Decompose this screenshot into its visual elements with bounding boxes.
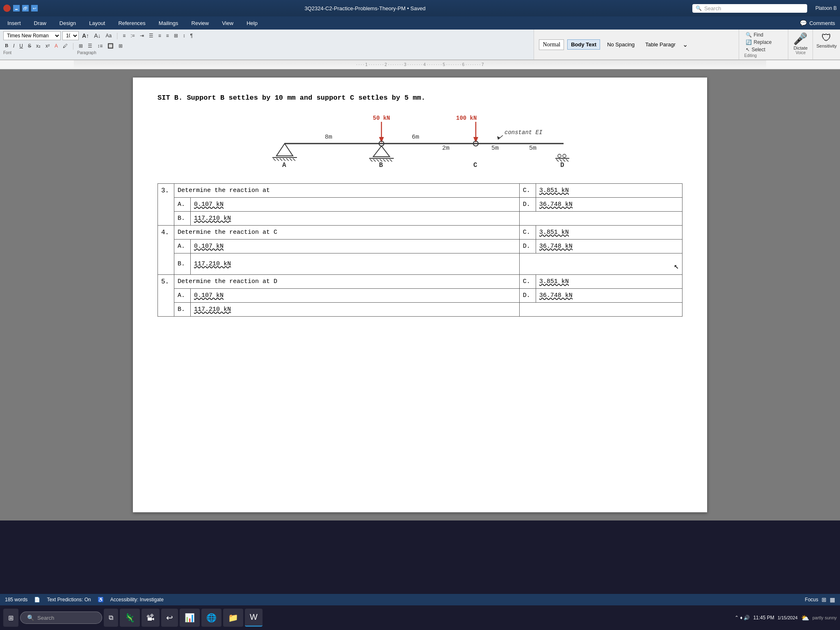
subscript-button[interactable]: x₂ xyxy=(34,42,42,50)
table-row: B. 117.210 kN xyxy=(158,303,682,317)
font-color-button[interactable]: A xyxy=(53,42,59,50)
underline-button[interactable]: U xyxy=(18,42,25,50)
styles-scroll-down[interactable]: ⌄ xyxy=(682,41,688,48)
document-area: SIT B. Support B settles by 10 mm and su… xyxy=(0,69,840,520)
taskbar-app1[interactable]: 🦎 xyxy=(120,609,140,627)
comments-label[interactable]: Comments xyxy=(809,20,835,26)
close-button[interactable] xyxy=(3,5,11,12)
weather-icon: ⛅ xyxy=(801,614,809,622)
borders-button[interactable]: ⊞ xyxy=(117,42,124,50)
align-left-button[interactable]: ☰ xyxy=(147,32,155,39)
svg-text:6m: 6m xyxy=(412,134,419,141)
search-box[interactable]: 🔍 Search xyxy=(692,4,807,13)
text-predictions: Text Predictions: On xyxy=(47,597,91,603)
font-grow-button[interactable]: A↑ xyxy=(80,32,91,40)
menu-bar: Insert Draw Design Layout References Mai… xyxy=(0,16,840,30)
font-size-select[interactable]: 10 xyxy=(62,31,79,40)
taskbar-search[interactable]: 🔍 Search xyxy=(20,612,102,624)
minimize-button[interactable]: 🗕 xyxy=(13,5,20,11)
ribbon-left: Times New Roman 10 A↑ A↓ Aa | ≡ := ⇥ ☰ ≡… xyxy=(0,30,534,59)
search-icon: 🔍 xyxy=(696,5,702,11)
taskbar-app3[interactable]: ↩ xyxy=(161,609,178,627)
accessibility-label[interactable]: Accessibility: Investigate xyxy=(110,597,164,603)
table-row: B. 117.210 kN ↖ xyxy=(158,253,682,275)
taskview-button[interactable]: ⧉ xyxy=(104,609,118,627)
svg-marker-7 xyxy=(276,144,293,156)
menu-mailings[interactable]: Mailings xyxy=(156,18,181,28)
bold-button[interactable]: B xyxy=(3,42,10,50)
menu-draw[interactable]: Draw xyxy=(32,18,49,28)
menu-references[interactable]: References xyxy=(116,18,148,28)
svg-text:C: C xyxy=(473,162,477,169)
table-row: 3. Determine the reaction at C. 3.851 kN xyxy=(158,184,682,198)
start-button[interactable]: ⊞ xyxy=(3,609,18,627)
sensitivity-label[interactable]: Sensitivity xyxy=(816,43,837,48)
maximize-button[interactable]: 🗗 xyxy=(22,5,29,11)
q4-opt-b-val: 117.210 kN xyxy=(191,253,520,275)
menu-view[interactable]: View xyxy=(219,18,236,28)
editing-section-label: Editing xyxy=(744,53,783,58)
indent-button[interactable]: ⇥ xyxy=(138,32,146,39)
mic-icon: 🎤 xyxy=(793,32,808,46)
font-shrink-button[interactable]: A↓ xyxy=(92,32,102,40)
q4-num: 4. xyxy=(158,226,174,275)
q5-opt-d-val: 36.748 kN xyxy=(536,289,682,303)
menu-layout[interactable]: Layout xyxy=(87,18,107,28)
menu-insert[interactable]: Insert xyxy=(5,18,23,28)
taskbar-word[interactable]: W xyxy=(245,609,262,627)
svg-text:B: B xyxy=(379,162,383,169)
accessibility-icon: ♿ xyxy=(98,597,104,603)
taskbar-app2[interactable]: 📽 xyxy=(142,609,160,627)
style-table-paragr[interactable]: Table Paragr xyxy=(641,39,679,50)
svg-line-24 xyxy=(383,159,386,162)
align-right-button[interactable]: ≡ xyxy=(164,32,171,39)
paragraph-marks-button[interactable]: ¶ xyxy=(189,32,194,39)
layout-icon1[interactable]: ⊞ xyxy=(822,596,826,603)
q4-opt-c-letter: C. xyxy=(519,226,536,240)
restore-button[interactable]: ↩ xyxy=(31,5,38,11)
spacing-button[interactable]: ↕≡ xyxy=(96,42,104,50)
focus-label[interactable]: Focus xyxy=(805,597,818,603)
align-center-button[interactable]: ≡ xyxy=(157,32,163,39)
shading-button[interactable]: 🔲 xyxy=(106,42,115,50)
italic-button[interactable]: I xyxy=(11,42,16,50)
ribbon: Times New Roman 10 A↑ A↓ Aa | ≡ := ⇥ ☰ ≡… xyxy=(0,30,840,60)
font-family-select[interactable]: Times New Roman xyxy=(3,31,61,40)
clock: 11:45 PM xyxy=(753,615,774,621)
strikethrough-button[interactable]: S xyxy=(26,42,33,50)
editing-area: 🔍 Find 🔄 Replace ↖ Select Editing xyxy=(739,30,788,59)
list-numbered-button[interactable]: := xyxy=(129,32,136,39)
highlight-button[interactable]: 🖊 xyxy=(61,42,69,50)
taskbar-search-placeholder: Search xyxy=(37,615,54,621)
q5-opt-c-letter: C. xyxy=(519,275,536,289)
dictate-label[interactable]: Dictate xyxy=(794,46,808,50)
select-button[interactable]: ↖ Select xyxy=(744,46,783,53)
beam-svg: 50 kN 100 kN xyxy=(252,112,588,171)
superscript-button[interactable]: x² xyxy=(44,42,51,50)
justify-button[interactable]: ⊞ xyxy=(172,32,180,39)
clear-format-button[interactable]: Aa xyxy=(104,32,113,39)
word-count: 185 words xyxy=(5,597,27,603)
list-bullets-button[interactable]: ≡ xyxy=(121,32,127,39)
svg-text:A: A xyxy=(282,162,286,169)
replace-button[interactable]: 🔄 Replace xyxy=(744,39,783,46)
svg-line-33 xyxy=(556,159,559,162)
menu-design[interactable]: Design xyxy=(57,18,78,28)
align-justify-button[interactable]: ☰ xyxy=(86,42,94,50)
find-button[interactable]: 🔍 Find xyxy=(744,31,783,39)
svg-text:5m: 5m xyxy=(491,145,499,152)
svg-line-36 xyxy=(566,159,568,162)
style-normal[interactable]: Normal xyxy=(539,39,564,50)
q3-empty xyxy=(519,212,682,226)
format-painter-button[interactable]: ⊞ xyxy=(77,42,84,50)
line-spacing-button[interactable]: ↕ xyxy=(181,32,187,39)
layout-icon2[interactable]: ▦ xyxy=(830,596,835,603)
style-body-text[interactable]: Body Text xyxy=(567,39,600,50)
style-no-spacing[interactable]: No Spacing xyxy=(603,39,638,50)
taskbar-app6[interactable]: 📁 xyxy=(223,609,243,627)
menu-help[interactable]: Help xyxy=(244,18,260,28)
taskbar-app4[interactable]: 📊 xyxy=(180,609,200,627)
svg-line-12 xyxy=(283,158,285,161)
taskbar-app5[interactable]: 🌐 xyxy=(201,609,221,627)
menu-review[interactable]: Review xyxy=(189,18,212,28)
